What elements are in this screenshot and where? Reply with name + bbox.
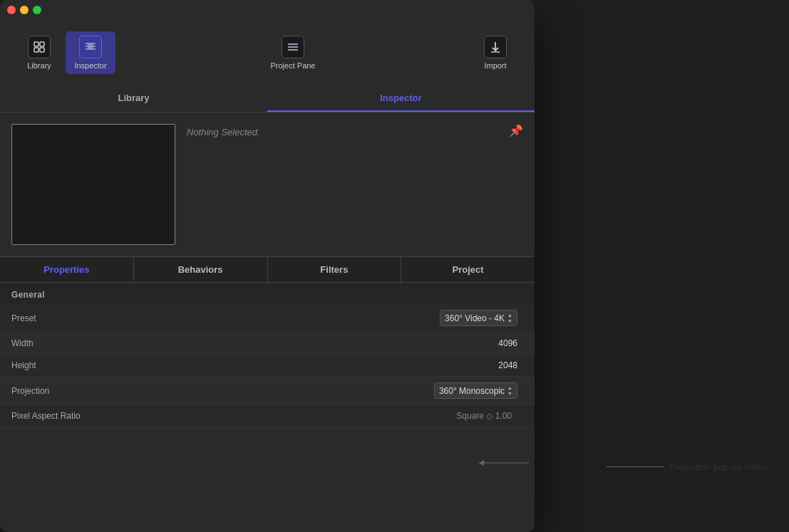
tab-inspector[interactable]: Inspector [267, 85, 535, 112]
subtab-properties[interactable]: Properties [0, 257, 134, 282]
projection-label: Projection [11, 386, 104, 396]
pixel-aspect-ratio-value: Square ◇ 1.00 [104, 411, 517, 421]
pixel-aspect-ratio-label: Pixel Aspect Ratio [11, 411, 104, 421]
width-value: 4096 [104, 338, 523, 348]
svg-rect-1 [40, 42, 44, 46]
library-label: Library [27, 61, 51, 70]
preset-popup[interactable]: 360° Video - 4K ▲ ▼ [440, 310, 517, 326]
title-bar-top [0, 0, 535, 20]
pin-icon[interactable]: 📌 [509, 124, 523, 137]
minimize-button[interactable] [20, 6, 29, 14]
import-label: Import [484, 61, 506, 70]
title-bar: Library Inspector [0, 0, 535, 85]
toolbar-center: Project Pane [115, 31, 470, 74]
height-row: Height 2048 [0, 355, 535, 377]
preset-value: 360° Video - 4K [445, 313, 505, 323]
annotation-line [607, 466, 664, 467]
close-button[interactable] [7, 6, 16, 14]
toolbar: Library Inspector [0, 20, 535, 85]
subtab-filters[interactable]: Filters [268, 257, 402, 282]
preview-thumbnail [11, 124, 175, 245]
pixel-aspect-ratio-row: Pixel Aspect Ratio Square ◇ 1.00 [0, 405, 535, 427]
tab-library[interactable]: Library [0, 85, 267, 112]
inspector-label: Inspector [74, 61, 106, 70]
import-icon [484, 36, 507, 58]
inspector-toolbar-button[interactable]: Inspector [66, 31, 115, 74]
library-icon [28, 36, 51, 58]
import-button[interactable]: Import [470, 31, 520, 74]
project-pane-label: Project Pane [271, 61, 316, 70]
window-controls [7, 6, 41, 14]
project-pane-icon [282, 36, 304, 58]
toolbar-right: Import [470, 31, 520, 74]
preset-control[interactable]: 360° Video - 4K ▲ ▼ [104, 310, 523, 326]
main-tab-bar: Library Inspector [0, 85, 535, 113]
svg-rect-2 [34, 48, 38, 52]
projection-stepper: ▲ ▼ [507, 385, 512, 396]
width-row: Width 4096 [0, 333, 535, 355]
properties-panel: General Preset 360° Video - 4K ▲ ▼ Width… [0, 283, 535, 427]
projection-control[interactable]: 360° Monoscopic ▲ ▼ [104, 382, 523, 399]
preview-area: Nothing Selected. 📌 [0, 113, 535, 257]
height-value: 2048 [104, 360, 523, 370]
annotation-text: Projection pop-up menu [669, 461, 768, 472]
app-window: Library Inspector [0, 0, 535, 532]
preset-row: Preset 360° Video - 4K ▲ ▼ [0, 304, 535, 333]
toolbar-left-group: Library Inspector [14, 31, 115, 74]
project-pane-button[interactable]: Project Pane [262, 31, 324, 74]
preview-info: Nothing Selected. 📌 [187, 124, 523, 245]
preset-label: Preset [11, 313, 104, 323]
subtab-project[interactable]: Project [401, 257, 535, 282]
sub-tab-bar: Properties Behaviors Filters Project [0, 257, 535, 283]
svg-rect-3 [40, 48, 44, 52]
height-label: Height [11, 360, 104, 370]
subtab-behaviors[interactable]: Behaviors [134, 257, 268, 282]
library-toolbar-button[interactable]: Library [14, 31, 64, 74]
svg-rect-0 [34, 42, 38, 46]
projection-value: 360° Monoscopic [439, 386, 505, 396]
general-section-header: General [0, 283, 535, 304]
projection-popup[interactable]: 360° Monoscopic ▲ ▼ [434, 382, 517, 399]
nothing-selected-text: Nothing Selected. [187, 127, 523, 137]
projection-row: Projection 360° Monoscopic ▲ ▼ [0, 377, 535, 405]
inspector-icon [79, 36, 102, 58]
maximize-button[interactable] [33, 6, 41, 14]
width-label: Width [11, 338, 104, 348]
projection-annotation: Projection pop-up menu [600, 461, 768, 472]
preset-stepper: ▲ ▼ [507, 313, 512, 323]
pixel-aspect-ratio-control: Square ◇ 1.00 [104, 411, 523, 421]
